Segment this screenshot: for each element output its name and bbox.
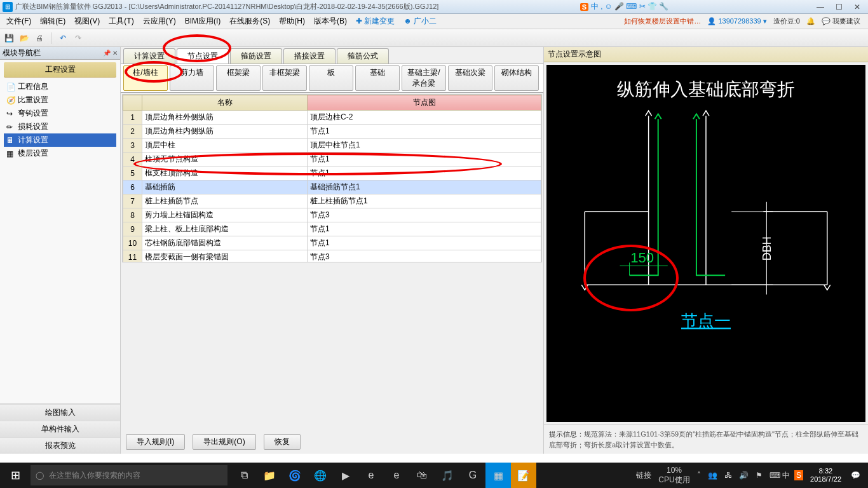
cell-node[interactable]: 节点1: [308, 222, 541, 236]
cell-node[interactable]: 节点1: [308, 166, 541, 180]
sub-tab-基础[interactable]: 基础: [355, 65, 400, 91]
recover-link[interactable]: 如何恢复楼层设置中错…: [624, 17, 701, 26]
table-row[interactable]: 10芯柱钢筋底部锚固构造节点1: [123, 236, 541, 250]
cell-node[interactable]: 节点1: [308, 125, 541, 139]
app-g[interactable]: G: [460, 463, 485, 488]
nav-item-比重设置[interactable]: 🧭比重设置: [4, 93, 116, 107]
menu-online[interactable]: 在线服务(S): [226, 15, 274, 28]
sub-tab-基础次梁[interactable]: 基础次梁: [448, 65, 492, 91]
app-ie[interactable]: e: [384, 463, 409, 488]
table-row[interactable]: 1顶层边角柱外侧纵筋顶层边柱C-2: [123, 111, 541, 125]
redo-button[interactable]: ↷: [72, 32, 85, 44]
start-button[interactable]: ⊞: [0, 468, 31, 482]
user-label[interactable]: ☻ 广小二: [400, 15, 440, 28]
top-tab-搭接设置[interactable]: 搭接设置: [283, 48, 336, 64]
search-box[interactable]: ◯ 在这里输入你要搜索的内容: [31, 465, 227, 485]
sub-tab-板[interactable]: 板: [309, 65, 353, 91]
sub-tab-柱/墙柱[interactable]: 柱/墙柱: [123, 65, 168, 91]
app-ggj[interactable]: ▦: [485, 463, 511, 488]
tray-vol-icon[interactable]: 🔊: [736, 471, 751, 480]
table-row[interactable]: 9梁上柱、板上柱底部构造节点1: [123, 222, 541, 236]
tray-net-icon[interactable]: 🖧: [722, 471, 735, 480]
section-header[interactable]: 工程设置: [4, 62, 116, 78]
app-swirl[interactable]: 🌀: [282, 463, 308, 488]
suggest-button[interactable]: 💬 我要建议: [822, 17, 860, 26]
tray-sogou-icon[interactable]: S: [794, 470, 803, 480]
minimize-button[interactable]: —: [817, 3, 824, 11]
bell-icon[interactable]: 🔔: [806, 17, 815, 25]
cell-node[interactable]: 节点3: [308, 250, 541, 262]
nav-item-损耗设置[interactable]: ✏损耗设置: [4, 120, 116, 133]
menu-cloud[interactable]: 云应用(Y): [139, 15, 180, 28]
menu-edit[interactable]: 编辑(E): [36, 15, 69, 28]
ime-toolbar[interactable]: S 中 ‚ ☺ 🎤 ⌨ ✂ 👕 🔧: [580, 1, 669, 12]
nav-item-计算设置[interactable]: 🖩计算设置: [4, 133, 116, 147]
app-edge2[interactable]: e: [358, 463, 384, 488]
sub-tab-基础主梁/承台梁[interactable]: 基础主梁/承台梁: [402, 65, 446, 91]
print-button[interactable]: 🖨: [33, 32, 46, 44]
tray-people-icon[interactable]: 👥: [705, 471, 720, 480]
ime-icons[interactable]: 中 ‚ ☺ 🎤 ⌨ ✂ 👕 🔧: [591, 1, 668, 12]
cell-name[interactable]: 芯柱钢筋底部锚固构造: [142, 236, 308, 250]
import-button[interactable]: 导入规则(I): [126, 434, 185, 450]
tray-clock[interactable]: 8:32 2018/7/22: [805, 467, 846, 484]
top-tab-计算设置[interactable]: 计算设置: [123, 48, 175, 64]
cell-name[interactable]: 剪力墙上柱锚固构造: [142, 208, 308, 222]
sub-tab-框架梁[interactable]: 框架梁: [216, 65, 261, 91]
left-button-绘图输入[interactable]: 绘图输入: [0, 404, 120, 421]
cell-node[interactable]: 顶层中柱节点1: [308, 139, 541, 152]
cell-name[interactable]: 顶层边角柱外侧纵筋: [142, 111, 308, 125]
cell-name[interactable]: 顶层中柱: [142, 139, 308, 152]
app-note[interactable]: 📝: [511, 463, 536, 488]
phone-label[interactable]: 👤 13907298339 ▾: [707, 17, 766, 25]
tray-up-icon[interactable]: ˄: [695, 471, 703, 480]
table-row[interactable]: 8剪力墙上柱锚固构造节点3: [123, 208, 541, 222]
menu-view[interactable]: 视图(V): [71, 15, 104, 28]
cell-name[interactable]: 梁上柱、板上柱底部构造: [142, 222, 308, 236]
menu-tool[interactable]: 工具(T): [105, 15, 137, 28]
top-tab-箍筋设置[interactable]: 箍筋设置: [230, 48, 282, 64]
menu-help[interactable]: 帮助(H): [275, 15, 309, 28]
menu-file[interactable]: 文件(F): [3, 15, 35, 28]
tray-flag-icon[interactable]: ⚑: [753, 471, 765, 480]
close-button[interactable]: ✕: [854, 3, 860, 11]
cell-node[interactable]: 顶层边柱C-2: [308, 111, 541, 125]
cell-node[interactable]: 节点3: [308, 208, 541, 222]
sogou-icon[interactable]: S: [580, 3, 588, 11]
tray-ime-icon[interactable]: ⌨ 中: [767, 470, 792, 481]
cell-name[interactable]: 基础插筋: [142, 180, 308, 194]
menu-bim[interactable]: BIM应用(I): [181, 15, 225, 28]
table-row[interactable]: 2顶层边角柱内侧纵筋节点1: [123, 125, 541, 139]
cell-node[interactable]: 节点1: [308, 236, 541, 250]
save-button[interactable]: 💾: [3, 32, 15, 44]
left-button-单构件输入[interactable]: 单构件输入: [0, 421, 120, 437]
nav-item-楼层设置[interactable]: ▦楼层设置: [4, 147, 116, 160]
sub-tab-非框架梁[interactable]: 非框架梁: [262, 65, 307, 91]
table-row[interactable]: 11楼层变截面一侧有梁锚固节点3: [123, 250, 541, 262]
pin-icon[interactable]: 📌 ✕: [103, 50, 118, 57]
cell-name[interactable]: 楼层变截面一侧有梁锚固: [142, 250, 308, 262]
settings-table[interactable]: 名称节点图1顶层边角柱外侧纵筋顶层边柱C-22顶层边角柱内侧纵筋节点13顶层中柱…: [122, 94, 542, 262]
restore-button[interactable]: 恢复: [264, 434, 301, 450]
table-row[interactable]: 7桩上柱插筋节点桩上柱插筋节点1: [123, 194, 541, 208]
left-button-报表预览[interactable]: 报表预览: [0, 437, 120, 454]
export-button[interactable]: 导出规则(O): [193, 434, 255, 450]
app-edge[interactable]: 🌐: [308, 463, 333, 488]
app-music[interactable]: 🎵: [435, 463, 460, 488]
top-tab-节点设置[interactable]: 节点设置: [177, 48, 229, 64]
tray-cpu[interactable]: 10% CPU使用: [656, 466, 692, 485]
table-row[interactable]: 6基础插筋基础插筋节点1: [123, 180, 541, 194]
table-row[interactable]: 4柱顶无节点构造节点1: [123, 152, 541, 166]
cell-name[interactable]: 框支柱顶部构造: [142, 166, 308, 180]
table-row[interactable]: 3顶层中柱顶层中柱节点1: [123, 139, 541, 152]
table-row[interactable]: 5框支柱顶部构造节点1: [123, 166, 541, 180]
menu-version[interactable]: 版本号(B): [310, 15, 351, 28]
cell-node[interactable]: 基础插筋节点1: [308, 180, 541, 194]
maximize-button[interactable]: ☐: [836, 3, 843, 11]
cell-node[interactable]: 桩上柱插筋节点1: [308, 194, 541, 208]
cell-name[interactable]: 顶层边角柱内侧纵筋: [142, 125, 308, 139]
plus-icon[interactable]: ✚ 新建变更: [352, 15, 398, 28]
cell-name[interactable]: 桩上柱插筋节点: [142, 194, 308, 208]
nav-item-弯钩设置[interactable]: ↪弯钩设置: [4, 107, 116, 120]
app-explorer[interactable]: 📁: [257, 463, 282, 488]
